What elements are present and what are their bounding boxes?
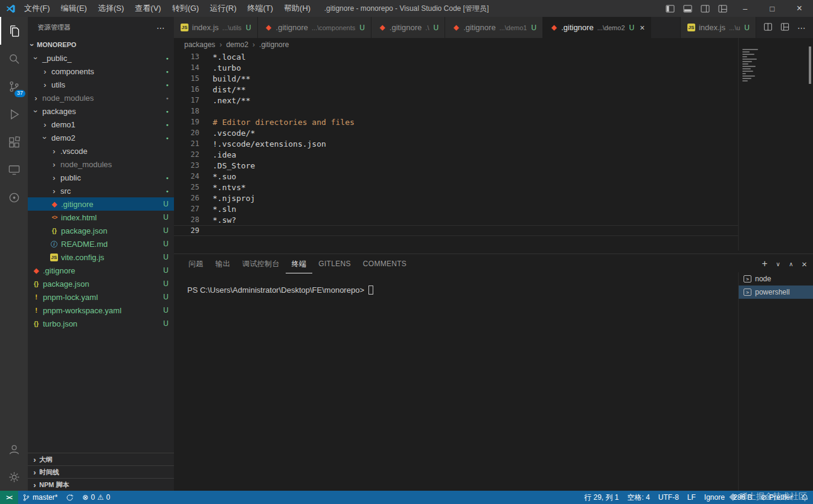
tree-item[interactable]: ›packages●: [28, 104, 174, 118]
editor-tab[interactable]: ◆.gitignore...\demo2U×: [543, 17, 651, 38]
scrollbar-thumb[interactable]: [809, 46, 811, 84]
tree-item[interactable]: JSvite.config.jsU: [28, 250, 174, 264]
panel-tab[interactable]: 调试控制台: [236, 254, 286, 273]
menu-item[interactable]: 编辑(E): [56, 0, 92, 17]
more-actions-icon[interactable]: ⋯: [797, 23, 806, 33]
tree-item[interactable]: ›components●: [28, 65, 174, 78]
editor-tab[interactable]: ◆.gitignore...\componentsU: [258, 17, 371, 38]
editor-tab[interactable]: ◆.gitignore...\demo1U: [445, 17, 543, 38]
settings-gear-icon[interactable]: [0, 463, 28, 491]
close-panel-icon[interactable]: ×: [802, 259, 807, 269]
split-editor-icon[interactable]: [763, 22, 773, 33]
breadcrumb-item[interactable]: .gitignore: [259, 40, 289, 49]
toggle-sidebar-icon[interactable]: [661, 0, 679, 17]
maximize-button[interactable]: □: [759, 0, 786, 17]
menu-item[interactable]: 帮助(H): [278, 0, 316, 17]
code-line[interactable]: 23.DS_Store: [174, 160, 738, 171]
explorer-icon[interactable]: [0, 17, 28, 45]
code-line[interactable]: 24*.suo: [174, 171, 738, 182]
remote-indicator[interactable]: ><: [0, 491, 18, 504]
tree-item[interactable]: {}package.jsonU: [28, 224, 174, 237]
code-line[interactable]: 25*.ntvs*: [174, 182, 738, 193]
code-line[interactable]: 27*.sln: [174, 203, 738, 214]
code-line[interactable]: 21!.vscode/extensions.json: [174, 138, 738, 149]
panel-tab[interactable]: COMMENTS: [357, 254, 413, 273]
status-item[interactable]: UTF-8: [654, 491, 683, 504]
close-button[interactable]: ×: [786, 0, 813, 17]
breadcrumb-item[interactable]: demo2: [226, 40, 248, 49]
sidebar-section[interactable]: ›NPM 脚本: [28, 478, 174, 491]
remote-explorer-icon[interactable]: [0, 156, 28, 183]
terminal-dropdown-icon[interactable]: ∨: [776, 261, 780, 267]
code-line[interactable]: 22.idea: [174, 149, 738, 160]
menu-item[interactable]: 选择(S): [92, 0, 129, 17]
code-line[interactable]: 20.vscode/*: [174, 127, 738, 138]
code-line[interactable]: 14.turbo: [174, 62, 738, 73]
panel-tab[interactable]: GITLENS: [312, 254, 356, 273]
tree-item[interactable]: ›node_modules●: [28, 91, 174, 104]
tree-item[interactable]: ›.vscode: [28, 144, 174, 158]
tree-item[interactable]: ◆.gitignoreU: [28, 197, 174, 211]
tree-item[interactable]: ›node_modules: [28, 158, 174, 171]
status-item[interactable]: ⊘Prettier: [756, 491, 797, 504]
tree-item[interactable]: !pnpm-workspace.yamlU: [28, 304, 174, 317]
close-icon[interactable]: ×: [640, 24, 644, 32]
toggle-secondary-sidebar-icon[interactable]: [696, 0, 714, 17]
editor-tab[interactable]: JSindex.js...\utilsU: [174, 17, 258, 38]
menu-item[interactable]: 运行(R): [204, 0, 242, 17]
status-item[interactable]: Ignore: [700, 491, 729, 504]
tree-item[interactable]: ›demo1●: [28, 118, 174, 131]
search-icon[interactable]: [0, 45, 28, 72]
code-line[interactable]: 16dist/**: [174, 84, 738, 95]
tree-item[interactable]: {}package.jsonU: [28, 277, 174, 290]
terminal-session[interactable]: >powershell: [739, 285, 813, 299]
tree-item[interactable]: !pnpm-lock.yamlU: [28, 290, 174, 304]
problems-status[interactable]: ⊗ 0 ⚠ 0: [78, 491, 114, 504]
workspace-root-row[interactable]: › MONOREPO: [28, 38, 174, 51]
tree-item[interactable]: ◆.gitignoreU: [28, 264, 174, 277]
breadcrumb-item[interactable]: packages: [184, 40, 215, 49]
menu-item[interactable]: 文件(F): [19, 0, 56, 17]
editor-tab[interactable]: ◆.gitignore.\U: [371, 17, 445, 38]
run-debug-icon[interactable]: [0, 100, 28, 128]
menu-item[interactable]: 转到(G): [167, 0, 205, 17]
status-item[interactable]: 行 29, 列 1: [580, 491, 623, 504]
extensions-icon[interactable]: [0, 128, 28, 156]
sidebar-section[interactable]: ›时间线: [28, 465, 174, 478]
code-line[interactable]: 18: [174, 106, 738, 116]
notifications-bell-icon[interactable]: [797, 491, 813, 504]
code-line[interactable]: 29: [174, 225, 738, 236]
editor-tab[interactable]: JSindex.js...\uU: [681, 17, 756, 38]
git-branch-status[interactable]: master*: [18, 491, 62, 504]
panel-tab[interactable]: 问题: [182, 254, 210, 273]
maximize-panel-icon[interactable]: ∧: [789, 261, 793, 267]
tree-item[interactable]: <>index.htmlU: [28, 211, 174, 224]
code-line[interactable]: 28*.sw?: [174, 214, 738, 225]
panel-tab[interactable]: 终端: [286, 254, 313, 273]
panel-tab[interactable]: 输出: [210, 254, 237, 273]
code-line[interactable]: 13*.local: [174, 51, 738, 62]
code-line[interactable]: 19# Editor directories and files: [174, 116, 738, 127]
tree-item[interactable]: ›src●: [28, 184, 174, 197]
tree-item[interactable]: ›_public_●: [28, 51, 174, 65]
status-item[interactable]: 286 B: [729, 491, 756, 504]
account-icon[interactable]: [0, 435, 28, 463]
tree-item[interactable]: ›public●: [28, 171, 174, 184]
code-line[interactable]: 15build/**: [174, 73, 738, 84]
toggle-panel-icon[interactable]: [679, 0, 696, 17]
tree-item[interactable]: ›demo2●: [28, 131, 174, 144]
secondary-editor-group[interactable]: [738, 38, 813, 250]
customize-layout-icon[interactable]: [714, 0, 731, 17]
status-item[interactable]: 空格: 4: [623, 491, 654, 504]
minimize-button[interactable]: –: [731, 0, 759, 17]
tree-item[interactable]: {}turbo.jsonU: [28, 317, 174, 330]
tree-item[interactable]: iREADME.mdU: [28, 237, 174, 250]
editor-layout-icon[interactable]: [780, 22, 789, 33]
menu-item[interactable]: 查看(V): [129, 0, 166, 17]
code-line[interactable]: 17.next/**: [174, 95, 738, 106]
source-control-icon[interactable]: 37: [0, 72, 28, 100]
tree-item[interactable]: ›utils●: [28, 78, 174, 91]
terminal[interactable]: PS C:\Users\Administrator\Desktop\FE\mon…: [187, 285, 373, 295]
live-server-icon[interactable]: [0, 183, 28, 211]
sidebar-section[interactable]: ›大纲: [28, 453, 174, 465]
